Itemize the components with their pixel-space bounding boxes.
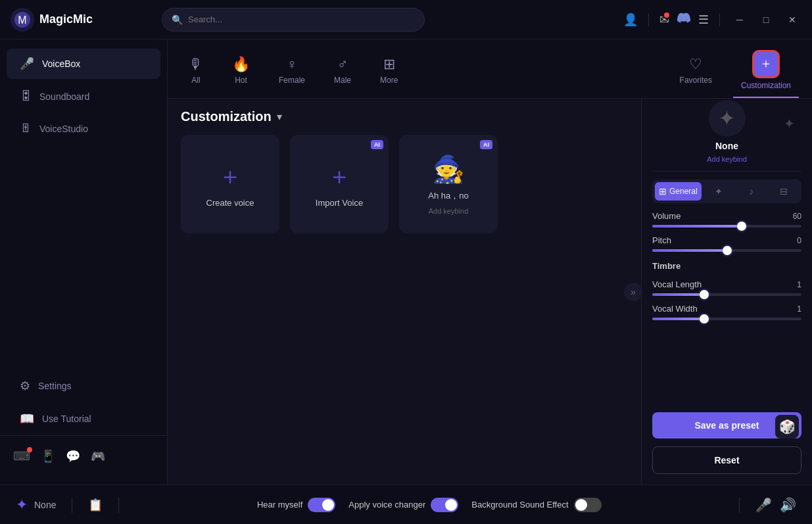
sidebar-item-label: VoiceBox	[42, 59, 80, 69]
maximize-button[interactable]: □	[757, 11, 775, 29]
ah-ha-voice-card[interactable]: AI 🧙 Ah ha，no Add keybind	[399, 135, 498, 233]
tab-male[interactable]: ♂ Male	[326, 52, 359, 93]
volume-icon[interactable]: 🔊	[780, 497, 796, 513]
tab-hot[interactable]: 🔥 Hot	[224, 52, 258, 93]
volume-track[interactable]	[652, 225, 801, 227]
tab-female[interactable]: ♀ Female	[271, 52, 313, 93]
apply-voice-group: Apply voice changer	[348, 498, 458, 512]
tab-favorites[interactable]: ♡ Favorites	[672, 52, 720, 93]
dropdown-icon[interactable]: ▾	[277, 110, 282, 123]
bottom-left: ✦ None	[16, 496, 56, 513]
content-area: Customization ▾ ＋ Create voice AI ＋	[168, 99, 641, 485]
search-bar[interactable]: 🔍	[162, 8, 425, 32]
tab-more[interactable]: ⊞ More	[372, 52, 406, 93]
user-icon[interactable]: 👤	[623, 12, 638, 27]
panel-tab-advanced[interactable]: ⊟	[769, 182, 799, 201]
reset-button[interactable]: Reset	[652, 446, 801, 474]
discord-bottom-icon[interactable]: 🎮	[91, 449, 105, 464]
bottom-center: Hear myself Apply voice changer Backgrou…	[135, 498, 723, 512]
sidebar-item-settings[interactable]: ⚙ Settings	[7, 371, 160, 401]
sidebar-item-soundboard[interactable]: 🎛 Soundboard	[7, 82, 160, 111]
voice-name: None	[715, 141, 738, 151]
pitch-thumb[interactable]	[723, 246, 732, 255]
bottom-star-icon: ✦	[16, 496, 28, 513]
general-icon: ⊞	[659, 186, 667, 197]
sidebar-item-label: VoiceStudio	[39, 124, 88, 134]
apply-voice-toggle[interactable]	[431, 498, 458, 512]
ah-ha-sub: Add keybind	[429, 207, 469, 215]
sidebar-item-voicestudio[interactable]: 🎚 VoiceStudio	[7, 114, 160, 143]
vocal-length-slider-row: Vocal Length 1	[652, 279, 801, 296]
import-voice-card[interactable]: AI ＋ Import Voice	[290, 135, 389, 233]
create-voice-card[interactable]: ＋ Create voice	[181, 135, 279, 233]
vocal-length-value: 1	[797, 280, 801, 289]
tab-favorites-label: Favorites	[680, 76, 712, 85]
sidebar-item-voicebox[interactable]: 🎤 VoiceBox	[7, 49, 160, 79]
hear-myself-label: Hear myself	[257, 500, 302, 510]
whatsapp-icon[interactable]: 💬	[66, 449, 80, 464]
customization-btn[interactable]: ＋	[752, 50, 780, 78]
pitch-slider-row: Pitch 0	[652, 235, 801, 252]
vocal-length-thumb[interactable]	[700, 290, 709, 299]
custom-content: Customization ▾ ＋ Create voice AI ＋	[168, 99, 641, 485]
expand-arrow[interactable]: »	[624, 283, 641, 301]
pitch-value: 0	[797, 236, 801, 245]
bg-sound-knob	[575, 499, 587, 511]
all-icon: 🎙	[189, 56, 203, 73]
current-voice-label: None	[34, 500, 56, 510]
svg-text:M: M	[18, 14, 26, 26]
hear-myself-group: Hear myself	[257, 498, 335, 512]
vocal-width-thumb[interactable]	[700, 314, 709, 323]
search-input[interactable]	[188, 14, 415, 24]
logo-icon: M	[11, 8, 34, 32]
logo-area: M MagicMic	[11, 8, 162, 32]
volume-label: Volume	[652, 211, 681, 221]
more-icon: ⊞	[383, 56, 395, 73]
voice-grid: ＋ Create voice AI ＋ Import Voice AI	[181, 135, 628, 233]
ah-ha-ai-badge: AI	[480, 140, 492, 149]
avatar-star-icon: ✦	[718, 106, 736, 131]
tab-female-label: Female	[279, 76, 305, 85]
ah-ha-emoji: 🧙	[432, 154, 465, 185]
close-button[interactable]: ✕	[783, 11, 801, 29]
tab-customization-label: Customization	[741, 81, 791, 90]
vocal-length-track[interactable]	[652, 293, 801, 296]
mobile-icon[interactable]: 📱	[41, 449, 55, 464]
sidebar-item-label: Soundboard	[39, 91, 89, 102]
volume-slider-row: Volume 60	[652, 211, 801, 227]
sidebar-item-label: Settings	[38, 381, 72, 391]
sidebar-bottom: ⌨ 📱 💬 🎮	[0, 435, 167, 477]
bottom-right: 🎤 🔊	[755, 497, 796, 513]
favorites-icon: ♡	[689, 56, 702, 73]
tab-customization[interactable]: ＋ Customization	[733, 46, 799, 98]
panel-tab-general[interactable]: ⊞ General	[655, 182, 702, 201]
sidebar-item-tutorial[interactable]: 📖 Use Tutorial	[7, 404, 160, 434]
import-ai-badge: AI	[371, 140, 383, 149]
titlebar: M MagicMic 🔍 👤 ✉ ☰ ─ □ ✕	[0, 0, 812, 39]
minimize-button[interactable]: ─	[730, 11, 749, 29]
customization-plus-icon: ＋	[759, 56, 773, 70]
hear-myself-toggle[interactable]	[308, 498, 335, 512]
bg-sound-toggle[interactable]	[574, 498, 602, 512]
hotkey-icon[interactable]: ⌨	[13, 449, 30, 464]
discord-icon[interactable]	[677, 11, 690, 28]
import-voice-label: Import Voice	[316, 198, 363, 208]
add-keybind-btn[interactable]: Add keybind	[707, 155, 747, 163]
mail-icon[interactable]: ✉	[659, 12, 669, 27]
favorite-button[interactable]: ✦	[784, 116, 795, 131]
clipboard-icon[interactable]: 📋	[88, 498, 103, 512]
vocal-length-header: Vocal Length 1	[652, 279, 801, 289]
vocal-width-track[interactable]	[652, 318, 801, 320]
music-icon: ♪	[749, 186, 753, 197]
menu-icon[interactable]: ☰	[698, 12, 709, 27]
pitch-track[interactable]	[652, 249, 801, 252]
tab-all[interactable]: 🎙 All	[181, 52, 211, 93]
panel-top: ✦ ✦ None Add keybind	[652, 109, 801, 172]
panel-tab-effects[interactable]: ✦	[704, 182, 734, 201]
mic-icon[interactable]: 🎤	[755, 497, 772, 513]
volume-thumb[interactable]	[737, 222, 746, 231]
panel-tab-music[interactable]: ♪	[736, 182, 766, 201]
volume-fill	[652, 225, 742, 227]
tab-all-label: All	[191, 76, 200, 85]
create-voice-label: Create voice	[206, 198, 254, 208]
